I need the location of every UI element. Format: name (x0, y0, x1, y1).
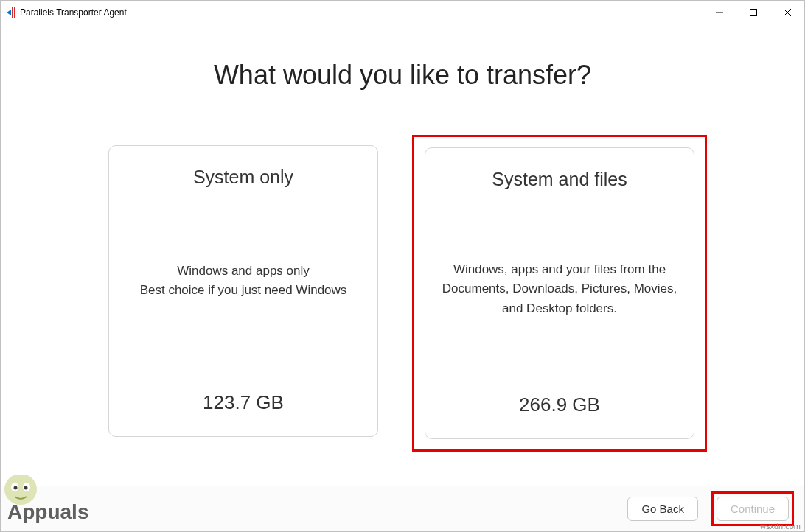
option-wrapper-system-and-files: System and files Windows, apps and your … (412, 135, 707, 452)
go-back-wrapper: Go Back (624, 494, 701, 524)
svg-rect-1 (750, 9, 757, 15)
option-title: System and files (492, 169, 627, 190)
option-title: System only (193, 167, 293, 188)
footer-bar: Go Back Continue (1, 486, 804, 531)
minimize-button[interactable] (703, 1, 736, 24)
option-card-system-and-files[interactable]: System and files Windows, apps and your … (425, 147, 694, 439)
parallels-icon (7, 7, 15, 18)
close-button[interactable] (770, 1, 804, 24)
content-area: What would you like to transfer? System … (1, 24, 804, 486)
options-row: System only Windows and apps only Best c… (1, 135, 804, 452)
titlebar-left: Parallels Transporter Agent (7, 7, 127, 18)
watermark-url: wsxdn.com (760, 522, 801, 531)
option-desc: Windows and apps only Best choice if you… (140, 262, 347, 301)
go-back-button[interactable]: Go Back (627, 497, 698, 521)
window-title: Parallels Transporter Agent (20, 7, 127, 18)
option-size: 266.9 GB (519, 393, 600, 416)
page-heading: What would you like to transfer? (214, 60, 591, 91)
option-size: 123.7 GB (203, 391, 284, 414)
continue-button[interactable]: Continue (717, 497, 789, 521)
titlebar: Parallels Transporter Agent (1, 1, 804, 24)
maximize-button[interactable] (736, 1, 770, 24)
window-controls (703, 1, 804, 24)
option-card-system-only[interactable]: System only Windows and apps only Best c… (108, 145, 378, 437)
option-wrapper-system-only: System only Windows and apps only Best c… (98, 135, 388, 452)
app-window: Parallels Transporter Agent What would y… (0, 0, 805, 532)
continue-wrapper: Continue (711, 491, 794, 526)
option-desc: Windows, apps and your files from the Do… (442, 260, 677, 318)
